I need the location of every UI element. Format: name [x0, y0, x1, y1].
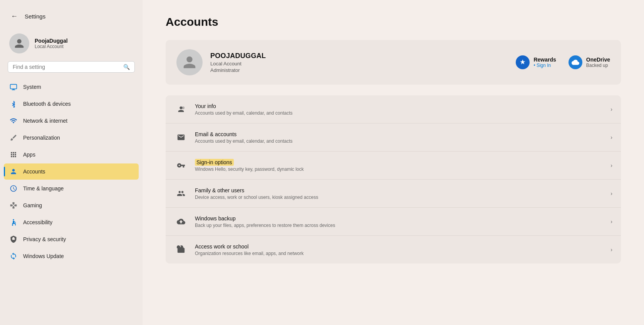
- onedrive-action[interactable]: OneDrive Backed up: [569, 55, 610, 69]
- settings-item-text-access-work: Access work or school Organization resou…: [195, 243, 604, 256]
- settings-item-text-windows-backup: Windows backup Back up your files, apps,…: [195, 215, 604, 228]
- time-icon: [9, 184, 18, 193]
- sidebar-item-label-privacy: Privacy & security: [23, 236, 66, 242]
- onedrive-text: OneDrive Backed up: [586, 57, 610, 68]
- chevron-right-icon: ›: [610, 190, 612, 197]
- settings-item-desc-access-work: Organization resources like email, apps,…: [195, 251, 604, 256]
- settings-item-family-users[interactable]: Family & other users Device access, work…: [166, 180, 621, 208]
- rewards-icon: [516, 55, 530, 69]
- svg-rect-2: [13, 89, 14, 90]
- settings-item-text-your-info: Your info Accounts used by email, calend…: [195, 103, 604, 116]
- sidebar-item-label-gaming: Gaming: [23, 202, 42, 208]
- user-sub: Local Account: [35, 44, 68, 49]
- sidebar-item-label-accessibility: Accessibility: [23, 219, 52, 225]
- profile-avatar: [176, 49, 203, 75]
- settings-item-text-family-users: Family & other users Device access, work…: [195, 187, 604, 200]
- settings-item-email-accounts[interactable]: Email & accounts Accounts used by email,…: [166, 123, 621, 152]
- email-accounts-icon: [174, 130, 188, 144]
- settings-item-access-work[interactable]: Access work or school Organization resou…: [166, 236, 621, 263]
- user-info: PoojaDuggal Local Account: [35, 38, 68, 49]
- accounts-icon: [9, 167, 18, 176]
- settings-item-text-sign-in-options: Sign-in options Windows Hello, security …: [195, 159, 604, 172]
- onedrive-title: OneDrive: [586, 57, 610, 63]
- svg-rect-0: [10, 84, 17, 89]
- profile-actions: Rewards • Sign In OneDrive Backed up: [516, 55, 610, 69]
- settings-item-title-windows-backup: Windows backup: [195, 215, 236, 222]
- sidebar-item-apps[interactable]: Apps: [4, 147, 139, 163]
- settings-item-desc-windows-backup: Back up your files, apps, preferences to…: [195, 223, 604, 228]
- main-content: Accounts POOJADUGGAL Local Account Admin…: [143, 0, 644, 325]
- search-input[interactable]: [13, 64, 120, 70]
- back-button[interactable]: ←: [9, 11, 19, 22]
- onedrive-icon: [569, 55, 582, 69]
- personalization-icon: [9, 133, 18, 142]
- settings-item-windows-backup[interactable]: Windows backup Back up your files, apps,…: [166, 208, 621, 236]
- apps-icon: [9, 150, 18, 159]
- profile-info: POOJADUGGAL Local Account Administrator: [210, 52, 508, 73]
- rewards-title: Rewards: [533, 57, 556, 63]
- sidebar-item-network[interactable]: Network & internet: [4, 113, 139, 129]
- app-title: Settings: [25, 13, 45, 20]
- sidebar-item-label-personalization: Personalization: [23, 135, 60, 141]
- rewards-text: Rewards • Sign In: [533, 57, 556, 68]
- page-title: Accounts: [166, 15, 621, 28]
- settings-item-desc-family-users: Device access, work or school users, kio…: [195, 195, 604, 200]
- sidebar-item-label-bluetooth: Bluetooth & devices: [23, 101, 71, 107]
- chevron-right-icon: ›: [610, 247, 612, 253]
- sidebar-item-bluetooth[interactable]: Bluetooth & devices: [4, 96, 139, 112]
- family-users-icon: [174, 187, 188, 200]
- settings-item-title-your-info: Your info: [195, 103, 216, 109]
- sidebar-item-label-accounts: Accounts: [23, 168, 45, 175]
- settings-list: Your info Accounts used by email, calend…: [166, 95, 621, 263]
- settings-item-sign-in-options[interactable]: Sign-in options Windows Hello, security …: [166, 152, 621, 180]
- sidebar-item-windows-update[interactable]: Windows Update: [4, 248, 139, 264]
- settings-item-your-info[interactable]: Your info Accounts used by email, calend…: [166, 95, 621, 123]
- sidebar-user-section: PoojaDuggal Local Account: [0, 30, 143, 61]
- sidebar-item-personalization[interactable]: Personalization: [4, 130, 139, 146]
- privacy-icon: [9, 235, 18, 243]
- settings-item-title-email-accounts: Email & accounts: [195, 131, 236, 137]
- settings-item-desc-your-info: Accounts used by email, calendar, and co…: [195, 110, 604, 116]
- sidebar-item-label-apps: Apps: [23, 152, 35, 158]
- sidebar-item-privacy[interactable]: Privacy & security: [4, 231, 139, 247]
- settings-item-title-family-users: Family & other users: [195, 187, 244, 193]
- chevron-right-icon: ›: [610, 218, 612, 225]
- sidebar-item-gaming[interactable]: Gaming: [4, 197, 139, 213]
- sidebar-item-time[interactable]: Time & language: [4, 180, 139, 197]
- settings-item-title-access-work: Access work or school: [195, 243, 248, 250]
- your-info-icon: [174, 102, 188, 116]
- system-icon: [9, 83, 18, 91]
- settings-item-desc-sign-in-options: Windows Hello, security key, password, d…: [195, 167, 604, 172]
- sidebar-item-accounts[interactable]: Accounts: [4, 163, 139, 180]
- profile-card: POOJADUGGAL Local Account Administrator …: [166, 40, 621, 85]
- windows-backup-icon: [174, 215, 188, 228]
- sidebar-item-accessibility[interactable]: Accessibility: [4, 214, 139, 230]
- gaming-icon: [9, 201, 18, 210]
- network-icon: [9, 117, 18, 125]
- sidebar-item-label-windows-update: Windows Update: [23, 253, 64, 259]
- sidebar-item-label-system: System: [23, 84, 41, 90]
- settings-item-title-sign-in-options: Sign-in options: [195, 159, 234, 166]
- svg-point-3: [13, 219, 14, 220]
- search-box[interactable]: 🔍: [8, 61, 135, 73]
- windows-update-icon: [9, 252, 18, 260]
- sidebar-item-label-network: Network & internet: [23, 118, 67, 124]
- search-icon: 🔍: [123, 64, 130, 70]
- sidebar-header: ← Settings: [0, 0, 143, 30]
- sidebar-nav: System Bluetooth & devices Network & int…: [0, 79, 143, 264]
- chevron-right-icon: ›: [610, 106, 612, 112]
- onedrive-status: Backed up: [586, 63, 610, 68]
- rewards-signin[interactable]: • Sign In: [533, 63, 556, 68]
- chevron-right-icon: ›: [610, 162, 612, 168]
- svg-point-4: [182, 107, 184, 109]
- user-name: PoojaDuggal: [35, 38, 68, 44]
- avatar: [9, 33, 29, 53]
- chevron-right-icon: ›: [610, 134, 612, 140]
- sidebar-item-label-time: Time & language: [23, 185, 64, 192]
- settings-item-desc-email-accounts: Accounts used by email, calendar, and co…: [195, 138, 604, 144]
- profile-name: POOJADUGGAL: [210, 52, 508, 60]
- settings-item-text-email-accounts: Email & accounts Accounts used by email,…: [195, 131, 604, 144]
- sign-in-options-icon: [174, 158, 188, 172]
- rewards-action[interactable]: Rewards • Sign In: [516, 55, 556, 69]
- sidebar-item-system[interactable]: System: [4, 79, 139, 95]
